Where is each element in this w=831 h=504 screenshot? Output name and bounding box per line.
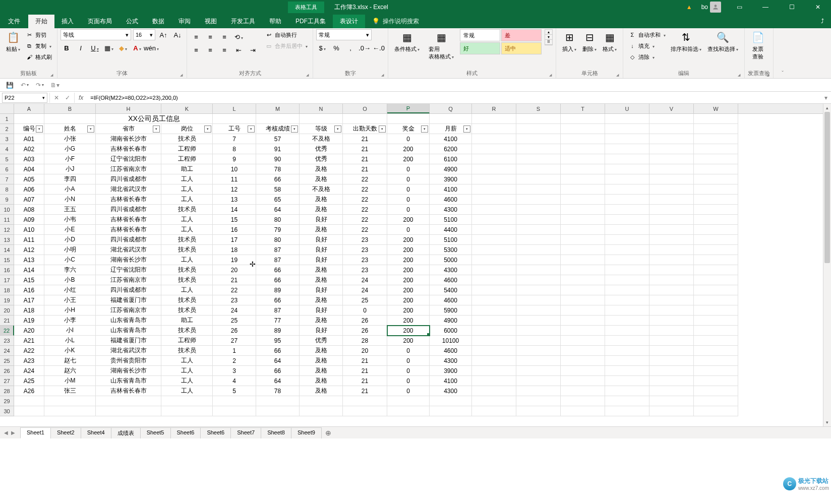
cell[interactable]: 200 [387, 275, 430, 285]
align-middle-button[interactable]: ≡ [204, 31, 216, 42]
cell[interactable]: 及格 [300, 205, 343, 215]
cell[interactable]: 65 [256, 195, 300, 205]
cell[interactable]: 21 [343, 144, 387, 154]
cell[interactable]: 湖南省长沙市 [96, 255, 161, 265]
filter-dropdown-icon[interactable]: ▾ [379, 125, 386, 133]
underline-button[interactable]: U [89, 42, 101, 53]
cell[interactable]: 6100 [430, 154, 472, 164]
column-header[interactable]: S [516, 104, 561, 113]
cell[interactable]: 技术员 [161, 305, 213, 316]
user-account[interactable]: bo [698, 2, 724, 13]
minimize-button[interactable]: — [754, 0, 777, 14]
cell[interactable] [516, 326, 561, 336]
cell[interactable]: 小G [44, 144, 96, 154]
cell[interactable]: 及格 [300, 295, 343, 305]
cell[interactable]: 22 [213, 285, 256, 295]
cell[interactable]: 及格 [300, 225, 343, 235]
name-box[interactable]: P22▾ [2, 93, 47, 103]
cell[interactable] [256, 406, 300, 416]
cell[interactable]: 及格 [300, 174, 343, 184]
cell[interactable] [343, 406, 387, 416]
cell[interactable] [472, 356, 516, 366]
style-good[interactable]: 好 [460, 42, 500, 54]
cell[interactable]: 64 [256, 376, 300, 386]
cell[interactable] [694, 114, 738, 124]
filter-dropdown-icon[interactable]: ▾ [463, 125, 470, 133]
font-color-button[interactable]: A [131, 42, 143, 53]
cell[interactable] [516, 366, 561, 376]
cell[interactable]: 66 [256, 174, 300, 184]
cell[interactable] [649, 326, 694, 336]
cell[interactable]: 工人 [161, 285, 213, 295]
cell[interactable] [694, 154, 738, 164]
cell[interactable]: 21 [343, 366, 387, 376]
cell[interactable]: 小F [44, 154, 96, 164]
cell[interactable]: 不及格 [300, 134, 343, 144]
tab-table-design[interactable]: 表设计 [333, 15, 365, 28]
cell[interactable] [516, 195, 561, 205]
row-header[interactable]: 30 [0, 406, 14, 416]
cell[interactable]: 6200 [430, 144, 472, 154]
vertical-scrollbar[interactable]: ▴ ▾ [823, 104, 831, 426]
cell[interactable]: 王五 [44, 205, 96, 215]
border-button[interactable]: ▦ [103, 42, 115, 53]
cell[interactable] [605, 326, 649, 336]
style-gallery-scroll[interactable]: ▴▾⠿ [545, 29, 553, 45]
cell[interactable] [472, 154, 516, 164]
table-header[interactable]: 等级▾ [300, 124, 343, 134]
cell[interactable]: 21 [343, 134, 387, 144]
cell[interactable]: 吉林省长春市 [96, 144, 161, 154]
cell[interactable] [472, 195, 516, 205]
cell[interactable]: A12 [14, 245, 44, 255]
cell[interactable]: 1 [213, 346, 256, 356]
delete-cells-button[interactable]: ⊟删除 [579, 29, 600, 54]
cell[interactable]: 66 [256, 295, 300, 305]
cell[interactable]: 湖北省武汉市 [96, 245, 161, 255]
formula-input[interactable]: =IF(OR(M22>=80,O22>=23),200,0) [87, 95, 821, 101]
column-header[interactable]: B [44, 104, 96, 113]
cell[interactable] [161, 406, 213, 416]
cell[interactable]: 及格 [300, 316, 343, 326]
cell[interactable]: 26 [343, 326, 387, 336]
cell[interactable]: 0 [387, 225, 430, 235]
cell[interactable] [649, 154, 694, 164]
clear-button[interactable]: ◇清除 [626, 51, 668, 62]
cell[interactable]: 四川省成都市 [96, 285, 161, 295]
cell[interactable] [605, 174, 649, 184]
cell[interactable]: 200 [387, 245, 430, 255]
cell[interactable]: 不及格 [300, 184, 343, 195]
cell[interactable]: 优秀 [300, 336, 343, 346]
cell[interactable] [561, 386, 605, 396]
cell[interactable] [694, 346, 738, 356]
cell[interactable]: A11 [14, 235, 44, 245]
cell[interactable]: 良好 [300, 215, 343, 225]
cell[interactable]: 23 [343, 245, 387, 255]
cell[interactable]: 工人 [161, 174, 213, 184]
style-normal[interactable]: 常规 [460, 29, 500, 41]
cell[interactable]: 200 [387, 265, 430, 275]
cell[interactable]: 4600 [430, 275, 472, 285]
cell[interactable] [649, 184, 694, 195]
cell[interactable]: 21 [343, 386, 387, 396]
font-size-select[interactable]: 16▾ [133, 29, 155, 40]
cell[interactable]: 0 [387, 205, 430, 215]
cell[interactable] [649, 406, 694, 416]
cell[interactable]: 技术员 [161, 346, 213, 356]
table-header[interactable]: 月薪▾ [430, 124, 472, 134]
sheet-tab[interactable]: 成绩表 [111, 427, 141, 438]
tab-layout[interactable]: 页面布局 [81, 15, 119, 28]
cell[interactable]: A06 [14, 184, 44, 195]
cell[interactable]: 17 [213, 235, 256, 245]
cell[interactable]: 工程师 [161, 144, 213, 154]
cell[interactable]: 工人 [161, 215, 213, 225]
cell[interactable] [605, 235, 649, 245]
cell[interactable]: 工人 [161, 356, 213, 366]
row-header[interactable]: 27 [0, 376, 14, 386]
cell[interactable] [561, 305, 605, 316]
cell[interactable] [472, 295, 516, 305]
cell[interactable]: 及格 [300, 376, 343, 386]
cell[interactable]: 10100 [430, 336, 472, 346]
cell[interactable] [14, 396, 44, 406]
cell[interactable] [472, 275, 516, 285]
cell[interactable] [605, 356, 649, 366]
